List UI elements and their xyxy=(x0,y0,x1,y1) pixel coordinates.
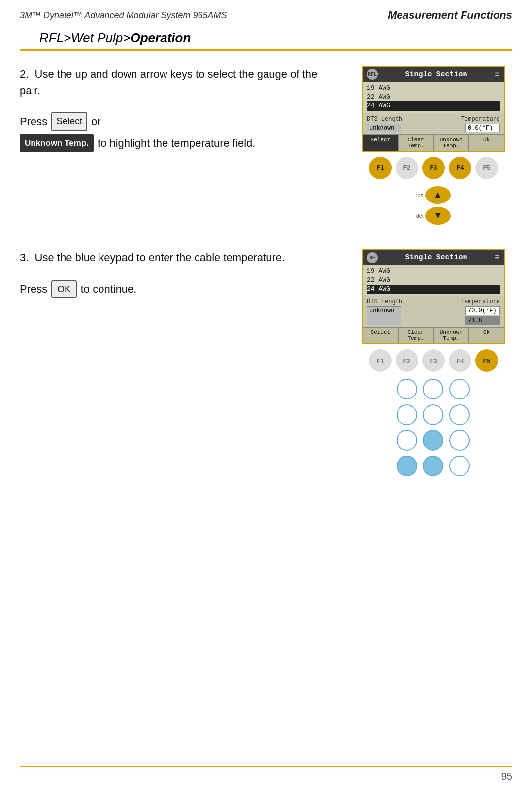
step3-content: 3. Use the blue keypad to enter the cabl… xyxy=(0,225,532,477)
screen2-header: RF Single Section ≡ xyxy=(363,250,504,265)
keypad-circle-2[interactable] xyxy=(423,379,443,399)
screen2-field1-label: DTS Length xyxy=(367,298,402,305)
screen1-buttons: Select ClearTemp. UnknownTemp. Ok xyxy=(363,134,504,151)
page-number: 95 xyxy=(501,771,512,782)
keypad-circle-11[interactable] xyxy=(423,456,443,476)
screen1-btn-select[interactable]: Select xyxy=(363,135,399,151)
down-arrow-button[interactable]: ▼ xyxy=(425,207,451,225)
header-section-title: Measurement Functions xyxy=(388,9,512,22)
screen2-field2-label: Temperature xyxy=(461,298,500,305)
screen1-logo: RFL xyxy=(367,69,378,80)
screen2-list-item-24awg: 24 AWG xyxy=(367,285,500,294)
keypad-circle-9[interactable] xyxy=(449,430,470,451)
up-arrow-button[interactable]: ▲ xyxy=(425,186,451,204)
section-title-bold: Operation xyxy=(131,31,191,45)
section-title-prefix: RFL>Wet Pulp> xyxy=(39,31,131,45)
fn-buttons-1: F1 F2 F3 F4 F5 xyxy=(369,157,498,179)
f1-button-2[interactable]: F1 xyxy=(369,349,392,372)
ok-key: OK xyxy=(51,280,76,298)
footer-line xyxy=(20,766,512,767)
screen1-title: Single Section xyxy=(405,70,467,79)
keypad-circle-4[interactable] xyxy=(397,404,417,425)
f2-button[interactable]: F2 xyxy=(396,157,418,179)
screen1-btn-unknown: UnknownTemp. xyxy=(434,135,469,151)
keypad-circle-1[interactable] xyxy=(397,379,417,399)
screen1-menu-icon: ≡ xyxy=(495,69,500,79)
screen1-fields: DTS Length Temperature xyxy=(363,113,504,124)
screen2-btn-clear: ClearTemp. xyxy=(399,328,434,343)
screen2-field2-value: 70.0(°F) xyxy=(466,306,500,315)
screen1-field1-value: unknown xyxy=(367,124,401,132)
keypad-circle-6[interactable] xyxy=(449,404,470,425)
screen2-values: unknown 70.0(°F) 71.8 xyxy=(363,306,504,327)
f5-button[interactable]: F5 xyxy=(475,157,498,179)
screen1-list: 19 AWG 22 AWG 24 AWG xyxy=(363,82,504,113)
select-key: Select xyxy=(51,112,87,131)
ins-label: ins xyxy=(416,192,423,198)
step2-content: 2. Use the up and down arrow keys to sel… xyxy=(0,51,532,225)
screen2-field1-value: unknown xyxy=(367,306,401,325)
section-title: RFL>Wet Pulp>Operation xyxy=(20,22,210,45)
step3-left: 3. Use the blue keypad to enter the cabl… xyxy=(20,249,340,477)
screen1-field1-label: DTS Length xyxy=(367,116,402,123)
arrow-buttons: ins ▲ del ▼ xyxy=(416,186,451,225)
step3-number: 3. Use the blue keypad to enter the cabl… xyxy=(20,249,340,265)
screen1-field2-label: Temperature xyxy=(461,116,500,123)
screen2-btn-ok[interactable]: Ok xyxy=(469,328,504,343)
f4-button[interactable]: F4 xyxy=(449,157,471,179)
screen2: RF Single Section ≡ 19 AWG 22 AWG 24 AWG… xyxy=(362,249,505,345)
device1-container: RFL Single Section ≡ 19 AWG 22 AWG 24 AW… xyxy=(355,66,512,225)
step2-left: 2. Use the up and down arrow keys to sel… xyxy=(20,66,340,225)
f5-button-2[interactable]: F5 xyxy=(475,349,498,372)
keypad-circle-10[interactable] xyxy=(397,456,417,476)
screen1: RFL Single Section ≡ 19 AWG 22 AWG 24 AW… xyxy=(362,66,505,152)
unknown-temp-key: Unknown Temp. xyxy=(20,134,94,152)
screen2-menu-icon: ≡ xyxy=(495,253,500,263)
f3-button[interactable]: F3 xyxy=(422,157,445,179)
ins-arrow-container: ins ▲ xyxy=(416,186,451,204)
screen2-list-item-19awg: 19 AWG xyxy=(367,267,500,276)
screen1-values: unknown 0.0(°F) xyxy=(363,124,504,134)
fn-buttons-2: F1 F2 F3 F4 F5 xyxy=(369,349,498,372)
screen2-buttons: Select ClearTemp. UnknownTemp. Ok xyxy=(363,327,504,343)
step3-press-line: Press OK to continue. xyxy=(20,280,340,298)
device2-container: RF Single Section ≡ 19 AWG 22 AWG 24 AWG… xyxy=(355,249,512,477)
section-title-container: RFL>Wet Pulp>Operation xyxy=(0,26,532,46)
step2-press-line: Press Select or xyxy=(20,112,340,131)
keypad-circle-5[interactable] xyxy=(423,404,443,425)
screen2-list: 19 AWG 22 AWG 24 AWG xyxy=(363,265,504,296)
screen1-field2-value: 0.0(°F) xyxy=(466,124,500,132)
list-item-22awg: 22 AWG xyxy=(367,93,500,101)
f2-button-2[interactable]: F2 xyxy=(396,349,418,372)
f4-button-2[interactable]: F4 xyxy=(449,349,471,372)
screen2-btn-unknown: UnknownTemp. xyxy=(434,328,469,343)
screen1-btn-clear: ClearTemp. xyxy=(399,135,434,151)
screen2-title: Single Section xyxy=(405,253,467,262)
screen2-field2-sub: 71.8 xyxy=(466,316,500,325)
screen1-header: RFL Single Section ≡ xyxy=(363,67,504,82)
keypad-circle-7[interactable] xyxy=(397,430,417,451)
screen2-logo: RF xyxy=(367,252,378,263)
keypad-circle-3[interactable] xyxy=(449,379,470,399)
keypad-circle-12[interactable] xyxy=(449,456,470,476)
list-item-19awg: 19 AWG xyxy=(367,84,500,93)
screen2-list-item-22awg: 22 AWG xyxy=(367,276,500,285)
screen2-fields: DTS Length Temperature xyxy=(363,296,504,306)
step2-number: 2. Use the up and down arrow keys to sel… xyxy=(20,66,340,99)
keypad-grid xyxy=(397,379,470,476)
list-item-24awg: 24 AWG xyxy=(367,101,500,110)
del-label: del xyxy=(416,213,424,219)
del-arrow-container: del ▼ xyxy=(416,207,451,225)
screen1-btn-ok[interactable]: Ok xyxy=(469,135,504,151)
header-product-name: 3M™ Dynatel™ Advanced Modular System 965… xyxy=(20,10,227,21)
f3-button-2[interactable]: F3 xyxy=(422,349,445,372)
screen2-field2-group: 70.0(°F) 71.8 xyxy=(466,306,500,325)
f1-button[interactable]: F1 xyxy=(369,157,392,179)
screen2-btn-select[interactable]: Select xyxy=(363,328,399,343)
keypad-circle-8[interactable] xyxy=(423,430,443,451)
step2-unknown-line: Unknown Temp. to highlight the temperatu… xyxy=(20,134,340,152)
